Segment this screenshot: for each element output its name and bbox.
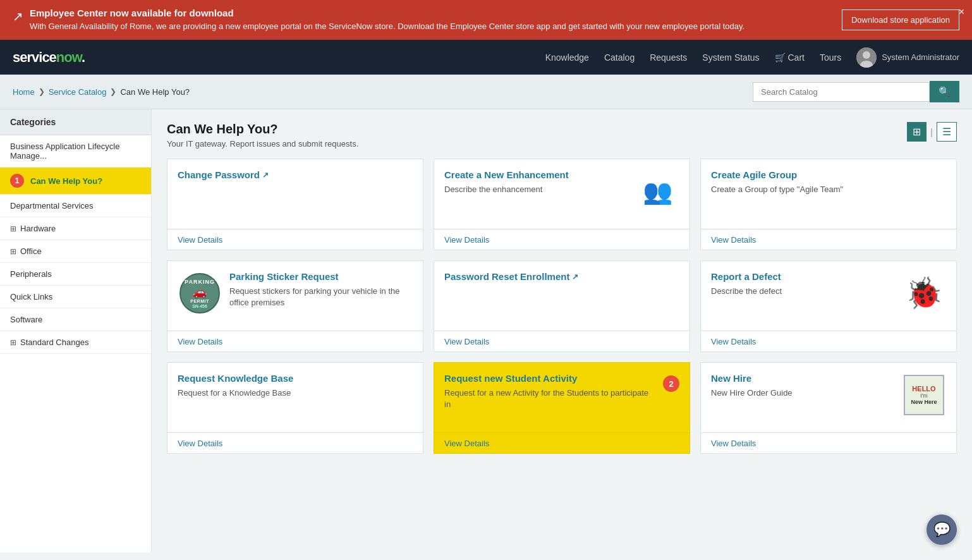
parking-car-icon: 🚗 (193, 285, 207, 299)
card-parking-sticker-title: Parking Sticker Request (229, 271, 413, 282)
breadcrumb-service-catalog[interactable]: Service Catalog (49, 87, 107, 97)
card-create-enhancement-details[interactable]: View Details (444, 235, 489, 245)
card-parking-sticker-body: PARKING 🚗 PERMIT SN-456 Parking Sticker … (167, 261, 423, 331)
parking-permit-icon: PARKING 🚗 PERMIT SN-456 (179, 273, 220, 313)
nav-tours[interactable]: Tours (820, 52, 841, 63)
card-student-activity-desc: Request for a new Activity for the Stude… (444, 387, 655, 410)
sidebar-item-can-we-help[interactable]: 1 Can We Help You? (0, 167, 151, 195)
chat-fab-button[interactable]: 💬 (926, 514, 957, 545)
newhire-new-here: New Here (911, 399, 937, 405)
parking-number: SN-456 (192, 304, 207, 308)
bug-icon-wrap: 🐞 (902, 271, 946, 315)
nav-knowledge[interactable]: Knowledge (545, 52, 589, 63)
card-password-reset: Password Reset Enrollment ↗ View Details (434, 260, 690, 352)
card-new-hire-footer: View Details (701, 432, 956, 453)
user-name: System Administrator (882, 52, 959, 62)
card-password-reset-details[interactable]: View Details (444, 337, 489, 346)
search-button[interactable]: 🔍 (930, 81, 959, 102)
card-create-agile-group-desc: Create a Group of type "Agile Team" (711, 184, 946, 195)
breadcrumb-sep-1: ❯ (39, 87, 45, 96)
sidebar-item-biz-app[interactable]: Business Application Lifecycle Manage... (0, 135, 151, 167)
breadcrumb-bar: Home ❯ Service Catalog ❯ Can We Help You… (0, 75, 972, 109)
user-section: System Administrator (856, 47, 959, 68)
card-parking-sticker-text: Parking Sticker Request Request stickers… (229, 271, 413, 308)
sidebar-title: Categories (0, 109, 151, 135)
card-create-enhancement: Create a New Enhancement Describe the en… (434, 159, 690, 250)
sidebar-item-software[interactable]: Software (0, 308, 151, 331)
sidebar-item-hardware[interactable]: ⊞ Hardware (0, 217, 151, 240)
card-report-defect-details[interactable]: View Details (711, 337, 756, 346)
sidebar-label-office: Office (20, 247, 42, 256)
card-new-hire-text: New Hire New Hire Order Guide (711, 373, 894, 399)
nav-system-status[interactable]: System Status (702, 52, 759, 63)
card-change-password-details[interactable]: View Details (178, 235, 222, 245)
card-request-knowledge-body: Request Knowledge Base Request for a Kno… (167, 363, 423, 432)
card-create-agile-group-text: Create Agile Group Create a Group of typ… (711, 169, 946, 195)
search-input[interactable] (753, 82, 930, 102)
sidebar-item-office[interactable]: ⊞ Office (0, 240, 151, 263)
badge-2: 2 (663, 375, 679, 392)
sidebar-label-standard-changes: Standard Changes (20, 338, 88, 347)
breadcrumb-current: Can We Help You? (120, 87, 190, 97)
avatar (856, 47, 877, 68)
card-student-activity-details[interactable]: View Details (444, 439, 489, 448)
sidebar-item-peripherals[interactable]: Peripherals (0, 263, 151, 286)
card-create-agile-group-details[interactable]: View Details (711, 235, 756, 245)
card-request-knowledge-footer: View Details (167, 432, 423, 453)
nav-cart[interactable]: 🛒 Cart (775, 52, 805, 63)
sidebar-badge-1: 1 (10, 174, 24, 188)
search-bar: 🔍 (753, 81, 959, 102)
newhire-badge-icon: HELLO I'm New Here (904, 375, 944, 415)
banner-subtitle: With General Availability of Rome, we ar… (30, 21, 829, 32)
sidebar-label-software: Software (10, 315, 42, 324)
card-change-password-text: Change Password ↗ (178, 169, 413, 184)
list-view-button[interactable]: ☰ (937, 122, 957, 142)
card-parking-sticker-footer: View Details (167, 331, 423, 351)
svg-point-1 (863, 51, 870, 59)
page-title: Can We Help You? (167, 122, 358, 137)
ext-arrow-icon-pw: ↗ (572, 272, 578, 281)
card-new-hire-body: New Hire New Hire Order Guide HELLO I'm … (701, 363, 956, 432)
page-subtitle: Your IT gateway. Report issues and submi… (167, 139, 358, 149)
card-create-enhancement-desc: Describe the enhancement (444, 184, 628, 195)
card-report-defect-body: Report a Defect Describe the defect 🐞 (701, 261, 956, 331)
card-create-agile-group: Create Agile Group Create a Group of typ… (700, 159, 957, 250)
nav-catalog[interactable]: Catalog (604, 52, 635, 63)
external-arrow-icon: ↗ (262, 171, 269, 180)
sidebar-label-can-we-help: Can We Help You? (30, 176, 102, 186)
banner-close-button[interactable]: × (959, 6, 964, 18)
card-request-knowledge-desc: Request for a Knowledge Base (178, 387, 413, 399)
sidebar-item-quick-links[interactable]: Quick Links (0, 286, 151, 308)
breadcrumb: Home ❯ Service Catalog ❯ Can We Help You… (13, 87, 190, 97)
card-request-knowledge-details[interactable]: View Details (178, 439, 222, 448)
card-change-password-footer: View Details (167, 229, 423, 250)
card-new-hire: New Hire New Hire Order Guide HELLO I'm … (700, 362, 957, 454)
expand-icon-hardware: ⊞ (10, 224, 16, 233)
banner-title: Employee Center now available for downlo… (30, 8, 829, 18)
banner-text-block: Employee Center now available for downlo… (30, 8, 829, 32)
nav-requests[interactable]: Requests (650, 52, 687, 63)
card-create-enhancement-body: Create a New Enhancement Describe the en… (434, 159, 690, 229)
sidebar: Categories Business Application Lifecycl… (0, 109, 152, 552)
expand-icon-office: ⊞ (10, 247, 16, 256)
grid-view-button[interactable]: ⊞ (907, 122, 926, 142)
card-request-knowledge-text: Request Knowledge Base Request for a Kno… (178, 373, 413, 399)
sidebar-item-standard-changes[interactable]: ⊞ Standard Changes (0, 331, 151, 354)
card-create-agile-group-title: Create Agile Group (711, 169, 946, 180)
card-report-defect-title: Report a Defect (711, 271, 894, 282)
card-create-enhancement-title: Create a New Enhancement (444, 169, 628, 180)
card-change-password: Change Password ↗ View Details (167, 159, 423, 250)
parking-label-permit: PERMIT (190, 299, 209, 303)
card-request-knowledge-title: Request Knowledge Base (178, 373, 413, 384)
card-new-hire-title: New Hire (711, 373, 894, 384)
card-student-activity-title: Request new Student Activity (444, 373, 655, 384)
content-header: Can We Help You? Your IT gateway. Report… (167, 122, 957, 149)
card-parking-sticker-details[interactable]: View Details (178, 337, 222, 346)
card-password-reset-footer: View Details (434, 331, 690, 351)
sidebar-item-departmental[interactable]: Departmental Services (0, 195, 151, 217)
card-create-enhancement-text: Create a New Enhancement Describe the en… (444, 169, 628, 195)
download-store-button[interactable]: Download store application (842, 9, 959, 30)
card-new-hire-details[interactable]: View Details (711, 439, 756, 448)
breadcrumb-home[interactable]: Home (13, 87, 35, 97)
sidebar-label-departmental: Departmental Services (10, 201, 94, 210)
